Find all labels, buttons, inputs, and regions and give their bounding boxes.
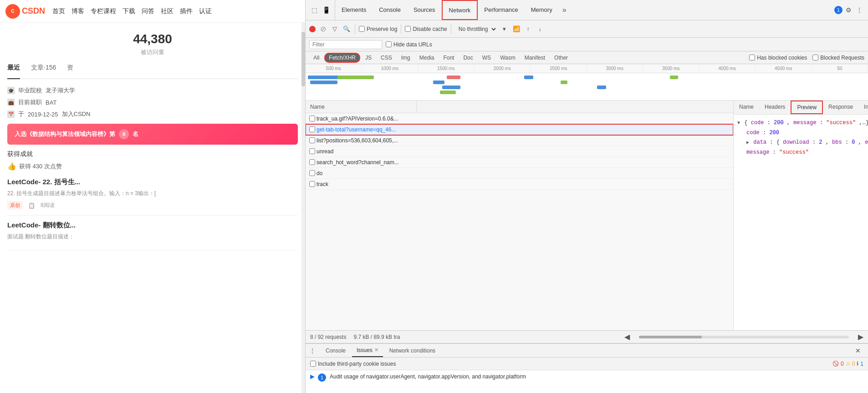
disable-cache-label[interactable]: Disable cache	[405, 26, 447, 32]
filter-button[interactable]: ▽	[330, 25, 339, 34]
filter-wasm[interactable]: Wasm	[496, 53, 520, 62]
mark-3500: 3500 ms	[643, 64, 700, 73]
tab-recent[interactable]: 最近	[7, 64, 20, 79]
tab-more[interactable]: »	[559, 6, 570, 14]
nav-plugin[interactable]: 插件	[180, 7, 193, 15]
horizontal-scrollbar[interactable]	[639, 336, 849, 338]
issues-close-btn[interactable]: ✕	[374, 347, 378, 353]
bottom-console-close-btn[interactable]: ✕	[852, 347, 864, 354]
nav-courses[interactable]: 专栏课程	[91, 7, 116, 15]
tab-network[interactable]: Network	[442, 0, 478, 20]
nav-download[interactable]: 下载	[123, 7, 135, 15]
tab-articles[interactable]: 文章·156	[31, 64, 56, 75]
hide-data-urls-checkbox[interactable]	[386, 41, 392, 47]
filter-manifest[interactable]: Manifest	[521, 53, 549, 62]
row-checkbox-2[interactable]	[307, 126, 317, 132]
filter-media[interactable]: Media	[415, 53, 439, 62]
request-row-3[interactable]: list?positions=536,603,604,605,...	[306, 135, 733, 146]
preserve-log-label[interactable]: Preserve log	[359, 26, 397, 32]
article-card-1[interactable]: LeetCode- 22. 括号生... 22. 括号生成题目描述暴力枚举法号组…	[7, 172, 298, 216]
row-name-4: unread	[317, 148, 417, 155]
blocked-requests-checkbox[interactable]	[812, 55, 818, 60]
filter-ws[interactable]: WS	[478, 53, 495, 62]
nav-community[interactable]: 社区	[161, 7, 174, 15]
tab-sources[interactable]: Sources	[407, 0, 442, 20]
scrollbar-thumb[interactable]	[639, 336, 702, 338]
console-tab-network-conditions[interactable]: Network conditions	[385, 344, 440, 357]
third-party-label[interactable]: Include third-party cookie issues	[310, 361, 396, 367]
preview-tab-response[interactable]: Response	[823, 101, 858, 114]
row-checkbox-1[interactable]	[307, 116, 317, 121]
preview-tab-initiator[interactable]: Initiator	[858, 101, 868, 114]
search-button[interactable]: 🔍	[342, 25, 351, 34]
divider-3	[451, 24, 451, 34]
throttle-down-icon[interactable]: ▾	[500, 25, 509, 34]
filter-all[interactable]: All	[309, 53, 323, 62]
blocked-cookies-checkbox[interactable]	[749, 55, 755, 60]
filter-fetch-xhr[interactable]: Fetch/XHR	[324, 53, 360, 63]
collapse-arrow-data[interactable]: ▶	[746, 140, 749, 145]
row-checkbox-6[interactable]	[307, 170, 317, 176]
cursor-icon[interactable]: ⬚	[309, 5, 319, 15]
mark-500: 500 ms	[306, 64, 362, 73]
blocked-cookies-label[interactable]: Has blocked cookies	[749, 55, 807, 61]
timeline-chart[interactable]	[306, 73, 868, 101]
csdn-logo[interactable]: C CSDN	[5, 4, 45, 19]
network-toolbar: ⊘ ▽ 🔍 Preserve log Disable cache No thro…	[306, 20, 868, 38]
settings-icon[interactable]: ⚙	[843, 5, 853, 15]
filter-js[interactable]: JS	[361, 53, 376, 62]
likes-text: 获得 430 次点赞	[19, 162, 62, 171]
row-checkbox-3[interactable]	[307, 137, 317, 143]
throttle-select[interactable]: No throttling	[455, 25, 497, 34]
filter-other[interactable]: Other	[550, 53, 572, 62]
filter-doc[interactable]: Doc	[459, 53, 477, 62]
request-row-4[interactable]: unread	[306, 146, 733, 157]
disable-cache-checkbox[interactable]	[405, 26, 411, 32]
tab-performance[interactable]: Performance	[478, 0, 524, 20]
tab-memory[interactable]: Memory	[525, 0, 559, 20]
preview-tab-headers[interactable]: Headers	[759, 101, 791, 114]
row-checkbox-7[interactable]	[307, 181, 317, 187]
request-row-6[interactable]: do	[306, 168, 733, 179]
console-menu-icon[interactable]: ⋮	[309, 347, 316, 354]
nav-cert[interactable]: 认证	[199, 7, 212, 15]
tab-resources[interactable]: 资	[67, 64, 73, 75]
scroll-left-btn[interactable]: ◀	[624, 333, 630, 341]
article-card-2[interactable]: LeetCode- 翻转数位... 面试题 翻转数位题目描述：	[7, 216, 298, 250]
device-icon[interactable]: 📱	[321, 5, 331, 15]
request-row-5[interactable]: search_hot_word?channel_nam...	[306, 157, 733, 168]
record-button[interactable]	[309, 26, 316, 32]
tab-elements[interactable]: Elements	[335, 0, 373, 20]
nav-qa[interactable]: 问答	[142, 7, 154, 15]
csdn-scroll-thumb[interactable]	[301, 32, 305, 86]
request-row-7[interactable]: track	[306, 179, 733, 190]
nav-blog[interactable]: 博客	[71, 7, 84, 15]
hide-data-urls-label[interactable]: Hide data URLs	[386, 41, 432, 48]
row-checkbox-5[interactable]	[307, 159, 317, 165]
wifi-icon: 📶	[512, 25, 521, 34]
request-row[interactable]: track_ua.gif?APIVersion=0.6.0&...	[306, 113, 733, 124]
preview-tab-preview[interactable]: Preview	[791, 101, 823, 114]
console-tab-console[interactable]: Console	[321, 344, 350, 357]
nav-home[interactable]: 首页	[52, 7, 65, 15]
preview-tab-name[interactable]: Name	[734, 101, 759, 114]
collapse-arrow-1[interactable]: ▼	[737, 121, 740, 126]
preserve-log-checkbox[interactable]	[359, 26, 365, 32]
filter-input[interactable]	[309, 40, 382, 49]
blocked-requests-label[interactable]: Blocked Requests	[812, 55, 864, 61]
third-party-checkbox[interactable]	[310, 361, 316, 367]
filter-css[interactable]: CSS	[377, 53, 396, 62]
console-tab-issues[interactable]: Issues ✕	[352, 344, 383, 357]
filter-img[interactable]: Img	[397, 53, 414, 62]
more-options-icon[interactable]: ⋮	[854, 5, 864, 15]
tab-console[interactable]: Console	[373, 0, 407, 20]
mark-4000: 4000 ms	[700, 64, 756, 73]
request-row-selected[interactable]: get-tab-total?username=qq_46...	[306, 124, 733, 135]
row-checkbox-4[interactable]	[307, 148, 317, 154]
issues-badge[interactable]: 1	[834, 6, 842, 14]
stop-button[interactable]: ⊘	[318, 25, 327, 34]
csdn-scrollbar[interactable]	[301, 23, 305, 393]
filter-font[interactable]: Font	[439, 53, 458, 62]
scroll-right-btn[interactable]: ▶	[858, 333, 863, 341]
visit-label: 被访问量	[7, 48, 298, 56]
